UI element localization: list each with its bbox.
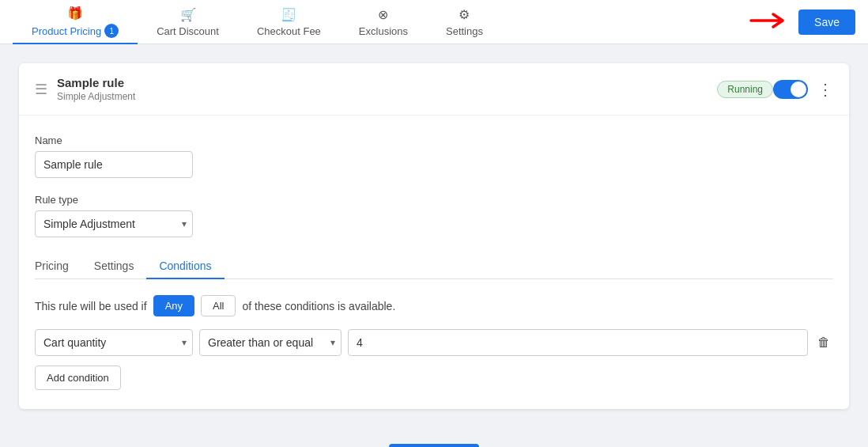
tab-pricing[interactable]: Pricing	[35, 253, 81, 278]
main-content: ☰ Sample rule Simple Adjustment Running …	[0, 44, 868, 428]
rule-type-group: Rule type Simple Adjustment ▾	[35, 194, 833, 237]
name-group: Name	[35, 134, 833, 178]
rule-type-select-wrapper: Simple Adjustment ▾	[35, 210, 193, 237]
tab-sub-settings[interactable]: Settings	[81, 253, 147, 278]
rule-header: ☰ Sample rule Simple Adjustment Running …	[19, 63, 849, 116]
toggle-thumb	[791, 81, 806, 97]
rule-type-label: Rule type	[35, 194, 833, 206]
condition-value-input[interactable]	[348, 329, 808, 356]
sub-tabs: Pricing Settings Conditions	[35, 253, 833, 279]
condition-row: Cart quantity Cart subtotal Customer rol…	[35, 329, 833, 356]
rule-toggle[interactable]	[773, 80, 808, 99]
field-select[interactable]: Cart quantity Cart subtotal Customer rol…	[35, 329, 193, 356]
cart-discount-icon: 🛒	[180, 7, 196, 22]
tab-settings[interactable]: ⚙ Settings	[427, 0, 502, 44]
bottom-bar: Add Rule	[0, 428, 868, 447]
conditions-header: This rule will be used if Any All of the…	[35, 295, 833, 316]
top-navigation: 🎁 Product Pricing 1 🛒 Cart Discount 🧾 Ch…	[0, 0, 868, 44]
tab-checkout-fee[interactable]: 🧾 Checkout Fee	[238, 0, 340, 44]
any-button[interactable]: Any	[153, 295, 194, 316]
conditions-intro-after: of these conditions is available.	[242, 300, 395, 313]
save-button[interactable]: Save	[798, 9, 855, 35]
add-rule-button[interactable]: Add Rule	[389, 444, 479, 447]
field-select-wrapper: Cart quantity Cart subtotal Customer rol…	[35, 329, 193, 356]
rule-name: Sample rule	[57, 76, 701, 89]
more-options-icon[interactable]: ⋮	[817, 80, 833, 99]
rule-subtype: Simple Adjustment	[57, 91, 701, 102]
all-button[interactable]: All	[201, 295, 236, 316]
checkout-fee-label: Checkout Fee	[257, 25, 321, 37]
checkout-fee-icon: 🧾	[281, 7, 296, 22]
conditions-intro-before: This rule will be used if	[35, 300, 147, 313]
product-pricing-badge: 1	[104, 24, 119, 38]
exclusions-icon: ⊗	[378, 7, 388, 22]
rule-type-select[interactable]: Simple Adjustment	[35, 210, 193, 237]
settings-label: Settings	[446, 25, 483, 37]
operator-select-wrapper: Greater than or equal Less than Equal to…	[199, 329, 342, 356]
running-badge: Running	[717, 81, 773, 98]
cart-discount-label: Cart Discount	[157, 25, 219, 37]
rule-card: ☰ Sample rule Simple Adjustment Running …	[19, 63, 849, 409]
form-area: Name Rule type Simple Adjustment ▾ Prici…	[19, 116, 849, 409]
rule-header-actions: ⋮	[773, 80, 833, 99]
red-arrow-icon	[749, 11, 787, 32]
operator-select[interactable]: Greater than or equal Less than Equal to…	[199, 329, 342, 356]
tab-conditions[interactable]: Conditions	[146, 253, 224, 278]
settings-icon: ⚙	[459, 7, 470, 22]
drag-handle-icon[interactable]: ☰	[35, 81, 47, 98]
tab-exclusions[interactable]: ⊗ Exclusions	[340, 0, 427, 44]
rule-info: Sample rule Simple Adjustment	[57, 76, 701, 102]
product-pricing-icon: 🎁	[67, 6, 83, 21]
product-pricing-label: Product Pricing 1	[32, 24, 119, 38]
tab-cart-discount[interactable]: 🛒 Cart Discount	[138, 0, 238, 44]
add-condition-button[interactable]: Add condition	[35, 366, 121, 390]
save-area: Save	[749, 9, 855, 35]
name-input[interactable]	[35, 151, 193, 178]
exclusions-label: Exclusions	[359, 25, 408, 37]
delete-condition-icon[interactable]: 🗑	[814, 332, 833, 353]
nav-tabs: 🎁 Product Pricing 1 🛒 Cart Discount 🧾 Ch…	[13, 0, 855, 44]
name-label: Name	[35, 134, 833, 146]
tab-product-pricing[interactable]: 🎁 Product Pricing 1	[13, 0, 138, 44]
